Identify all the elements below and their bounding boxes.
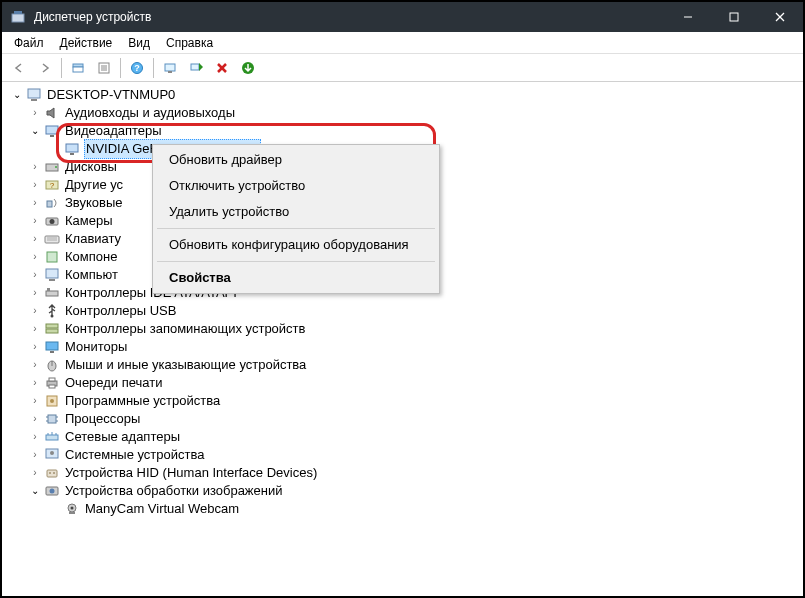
svg-rect-38 bbox=[49, 279, 55, 281]
category-icon bbox=[44, 213, 60, 229]
device-icon bbox=[64, 501, 80, 517]
svg-text:?: ? bbox=[50, 181, 55, 190]
category-icon bbox=[44, 267, 60, 283]
category-icon bbox=[44, 357, 60, 373]
remove-button[interactable] bbox=[210, 56, 234, 80]
minimize-button[interactable] bbox=[665, 2, 711, 32]
close-button[interactable] bbox=[757, 2, 803, 32]
forward-button[interactable] bbox=[33, 56, 57, 80]
tree-node-label: Звуковые bbox=[64, 194, 124, 212]
tree-node-label: Камеры bbox=[64, 212, 114, 230]
menu-help[interactable]: Справка bbox=[158, 34, 221, 52]
tree-node-label: Очереди печати bbox=[64, 374, 164, 392]
expander-icon[interactable]: › bbox=[28, 412, 42, 426]
expander-icon[interactable]: › bbox=[28, 358, 42, 372]
expander-icon[interactable]: › bbox=[28, 178, 42, 192]
titlebar: Диспетчер устройств bbox=[2, 2, 803, 32]
expander-icon[interactable]: › bbox=[28, 394, 42, 408]
tree-node-label: Компоне bbox=[64, 248, 118, 266]
expander-icon[interactable]: › bbox=[28, 376, 42, 390]
tree-leaf[interactable]: ManyCam Virtual Webcam bbox=[4, 500, 801, 518]
expander-icon[interactable]: › bbox=[28, 448, 42, 462]
svg-point-66 bbox=[53, 472, 55, 474]
toolbar: ? bbox=[2, 54, 803, 82]
tree-node[interactable]: ›Аудиовходы и аудиовыходы bbox=[4, 104, 801, 122]
category-icon bbox=[44, 123, 60, 139]
tree-node-label: Клавиату bbox=[64, 230, 122, 248]
download-button[interactable] bbox=[236, 56, 260, 80]
expander-icon[interactable]: › bbox=[28, 322, 42, 336]
category-icon bbox=[44, 321, 60, 337]
svg-rect-3 bbox=[730, 13, 738, 21]
tree-node[interactable]: ›Очереди печати bbox=[4, 374, 801, 392]
expander-icon[interactable]: › bbox=[28, 466, 42, 480]
expander-icon[interactable]: › bbox=[28, 286, 42, 300]
svg-rect-16 bbox=[191, 64, 199, 70]
tree-node[interactable]: ›Устройства HID (Human Interface Devices… bbox=[4, 464, 801, 482]
ctx-update-driver[interactable]: Обновить драйвер bbox=[155, 147, 437, 173]
menu-action[interactable]: Действие bbox=[52, 34, 121, 52]
svg-point-27 bbox=[55, 166, 57, 168]
ctx-remove-device[interactable]: Удалить устройство bbox=[155, 199, 437, 225]
add-hardware-button[interactable] bbox=[184, 56, 208, 80]
category-icon bbox=[44, 375, 60, 391]
tree-node[interactable]: ⌄Видеоадаптеры bbox=[4, 122, 801, 140]
svg-rect-25 bbox=[70, 153, 74, 155]
tree-node[interactable]: ›Программные устройства bbox=[4, 392, 801, 410]
expander-icon[interactable]: ⌄ bbox=[28, 124, 42, 138]
expander-icon[interactable]: › bbox=[28, 304, 42, 318]
tree-node[interactable]: ›Процессоры bbox=[4, 410, 801, 428]
tree-node-label: Системные устройства bbox=[64, 446, 205, 464]
expander-icon[interactable]: › bbox=[28, 250, 42, 264]
back-button[interactable] bbox=[7, 56, 31, 80]
ctx-separator bbox=[157, 261, 435, 262]
category-icon bbox=[44, 465, 60, 481]
tree-node-label: Мыши и иные указывающие устройства bbox=[64, 356, 307, 374]
expander-icon[interactable]: › bbox=[28, 232, 42, 246]
expander-spacer bbox=[48, 142, 62, 156]
properties-button[interactable] bbox=[92, 56, 116, 80]
menu-view[interactable]: Вид bbox=[120, 34, 158, 52]
ctx-scan-hardware[interactable]: Обновить конфигурацию оборудования bbox=[155, 232, 437, 258]
expander-icon[interactable]: ⌄ bbox=[10, 88, 24, 102]
tree-node[interactable]: ›Мыши и иные указывающие устройства bbox=[4, 356, 801, 374]
expander-spacer bbox=[48, 502, 62, 516]
device-tree[interactable]: ⌄ DESKTOP-VTNMUP0 ›Аудиовходы и аудиовых… bbox=[2, 82, 803, 594]
category-icon bbox=[44, 429, 60, 445]
expander-icon[interactable]: › bbox=[28, 106, 42, 120]
svg-rect-39 bbox=[46, 291, 58, 296]
expander-icon[interactable]: › bbox=[28, 214, 42, 228]
device-icon bbox=[64, 141, 80, 157]
expander-icon[interactable]: ⌄ bbox=[28, 484, 42, 498]
tree-node[interactable]: ›Мониторы bbox=[4, 338, 801, 356]
ctx-properties[interactable]: Свойства bbox=[155, 265, 437, 291]
scan-hardware-button[interactable] bbox=[158, 56, 182, 80]
svg-point-52 bbox=[50, 399, 54, 403]
expander-icon[interactable]: › bbox=[28, 160, 42, 174]
tree-root[interactable]: ⌄ DESKTOP-VTNMUP0 bbox=[4, 86, 801, 104]
category-icon bbox=[44, 339, 60, 355]
svg-rect-0 bbox=[12, 14, 24, 22]
svg-rect-30 bbox=[47, 201, 52, 207]
expander-icon[interactable]: › bbox=[28, 340, 42, 354]
expander-icon[interactable]: › bbox=[28, 430, 42, 444]
tree-node-label: Устройства HID (Human Interface Devices) bbox=[64, 464, 318, 482]
help-button[interactable]: ? bbox=[125, 56, 149, 80]
maximize-button[interactable] bbox=[711, 2, 757, 32]
tree-node[interactable]: ›Сетевые адаптеры bbox=[4, 428, 801, 446]
tree-node-label: Контроллеры USB bbox=[64, 302, 177, 320]
menu-file[interactable]: Файл bbox=[6, 34, 52, 52]
context-menu: Обновить драйвер Отключить устройство Уд… bbox=[152, 144, 440, 294]
category-icon bbox=[44, 159, 60, 175]
tree-node[interactable]: ⌄Устройства обработки изображений bbox=[4, 482, 801, 500]
up-tree-button[interactable] bbox=[66, 56, 90, 80]
tree-node[interactable]: ›Контроллеры запоминающих устройств bbox=[4, 320, 801, 338]
tree-node[interactable]: ›Контроллеры USB bbox=[4, 302, 801, 320]
expander-icon[interactable]: › bbox=[28, 268, 42, 282]
app-icon bbox=[10, 9, 26, 25]
tree-node[interactable]: ›Системные устройства bbox=[4, 446, 801, 464]
tree-node-label: Устройства обработки изображений bbox=[64, 482, 284, 500]
expander-icon[interactable]: › bbox=[28, 196, 42, 210]
svg-rect-43 bbox=[46, 329, 58, 333]
ctx-disable-device[interactable]: Отключить устройство bbox=[155, 173, 437, 199]
